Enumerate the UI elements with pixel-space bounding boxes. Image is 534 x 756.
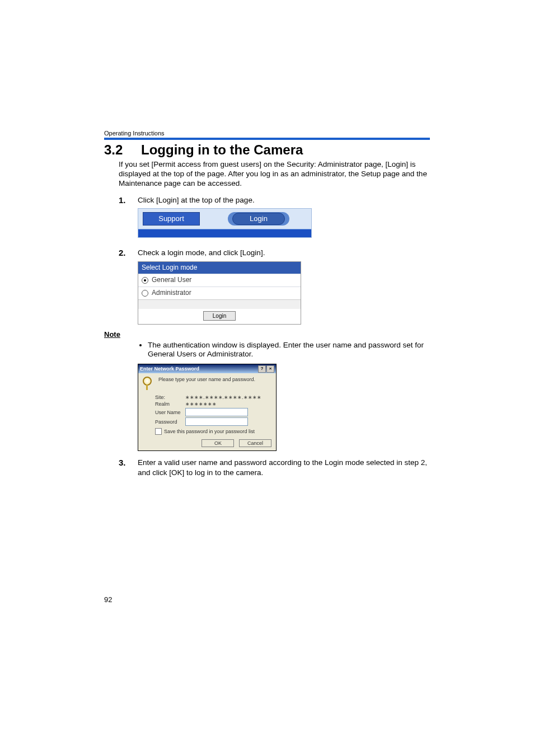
help-icon[interactable]: ?	[258, 365, 266, 373]
password-label: Password	[155, 419, 185, 425]
save-password-checkbox[interactable]: Save this password in your password list	[155, 428, 271, 435]
site-value: ∗∗∗∗.∗∗∗∗.∗∗∗∗.∗∗∗∗	[185, 395, 261, 400]
key-icon	[143, 377, 154, 390]
option-administrator[interactable]: Administrator	[138, 287, 301, 299]
radio-icon[interactable]	[142, 290, 148, 297]
screenshot-login-mode: Select Login mode General User Administr…	[138, 261, 301, 325]
close-icon[interactable]: ×	[266, 365, 274, 373]
login-button[interactable]: Login	[203, 311, 236, 321]
step-2-text: Check a login mode, and click [Login].	[138, 248, 430, 258]
checkbox-icon[interactable]	[155, 428, 162, 435]
step-3-text: Enter a valid user name and password acc…	[138, 458, 430, 477]
option-label: General User	[152, 276, 191, 285]
note-label: Note	[104, 330, 430, 339]
cancel-button[interactable]: Cancel	[239, 439, 271, 447]
password-input[interactable]	[185, 417, 248, 426]
section-number: 3.2	[104, 142, 141, 158]
running-header: Operating Instructions	[104, 130, 430, 137]
step-number: 2.	[119, 248, 138, 324]
username-input[interactable]	[185, 408, 248, 416]
dialog-prompt: Please type your user name and password.	[158, 377, 255, 382]
login-tab[interactable]: Login	[232, 213, 285, 225]
realm-value: ∗∗∗∗∗∗∗	[185, 401, 217, 407]
site-label: Site:	[155, 395, 185, 400]
step-1-text: Click [Login] at the top of the page.	[138, 195, 430, 205]
option-label: Administrator	[152, 289, 191, 298]
option-general-user[interactable]: General User	[138, 274, 301, 287]
note-text: The authentication window is displayed. …	[148, 341, 430, 360]
login-mode-title: Select Login mode	[138, 262, 301, 274]
intro-paragraph: If you set [Permit access from guest use…	[119, 160, 430, 189]
section-title-text: Logging in to the Camera	[141, 142, 303, 157]
separator	[138, 299, 301, 309]
section-title: 3.2Logging in to the Camera	[104, 142, 430, 158]
dialog-title: Enter Network Password	[140, 366, 199, 372]
page-number: 92	[104, 595, 112, 604]
screenshot-tabs: Support Login	[138, 208, 312, 238]
header-rule	[104, 138, 430, 140]
login-tab-wrap: Login	[228, 212, 289, 226]
step-number: 1.	[119, 195, 138, 243]
username-label: User Name	[155, 410, 185, 415]
checkbox-label: Save this password in your password list	[164, 429, 255, 434]
realm-label: Realm	[155, 401, 185, 407]
blue-strip	[138, 229, 311, 237]
support-tab[interactable]: Support	[143, 212, 200, 226]
radio-icon[interactable]	[142, 277, 148, 284]
screenshot-auth-dialog: Enter Network Password ? × Please type y…	[138, 364, 277, 451]
ok-button[interactable]: OK	[202, 439, 234, 447]
step-number: 3.	[119, 458, 138, 477]
